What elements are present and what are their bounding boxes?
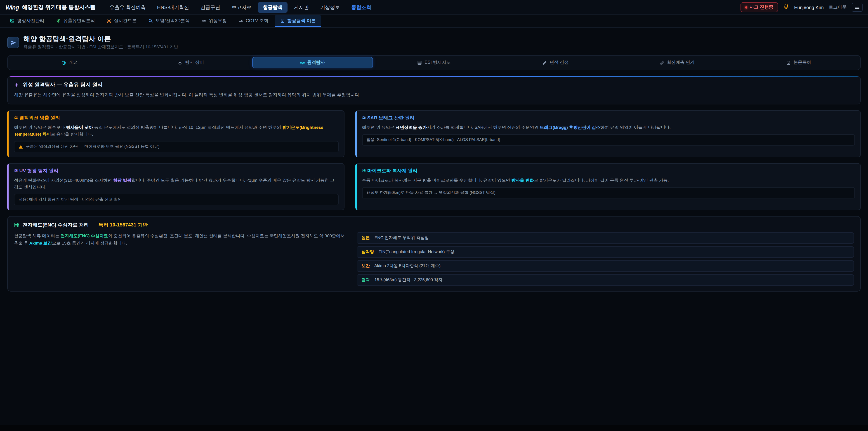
logout-button[interactable]: 로그아웃 (829, 4, 847, 10)
page-subtitle: 유출유 원격탐지 · 항공감시 기법 · ESI 방제정보지도 · 등록특허 1… (24, 44, 178, 50)
subnav-item-aerial-search-theory[interactable]: 항공탐색 이론 (275, 15, 321, 27)
card-note: 구름은 열적외선을 완전 차단 → 마이크로파 보조 필요 (NGSST 융합 … (14, 141, 338, 152)
enc-depth-data-section: 전자해도(ENC) 수심자료 처리 — 특허 10-1567431 기반 항공탐… (7, 216, 861, 292)
tab-label: ESI 방제지도 (425, 60, 451, 65)
card-title: ③ UV 형광 탐지 원리 (14, 168, 338, 174)
plane-icon (178, 60, 182, 65)
tab-label: 면적 산정 (550, 60, 569, 65)
cctv-icon (239, 18, 243, 23)
main-menu: 유출유 확산예측 HNS·대기확산 긴급구난 보고자료 항공탐색 게시판 기상정… (105, 2, 376, 12)
nav-item-aerial-search[interactable]: 항공탐색 (258, 2, 288, 12)
nav-item-board[interactable]: 게시판 (289, 2, 314, 12)
section-title-row: 위성 원격탐사 — 유출유 탐지 원리 (14, 81, 854, 88)
tab-overview[interactable]: 개요 (9, 57, 130, 68)
page-title: 해양 항공탐색·원격탐사 이론 (24, 35, 178, 43)
card-sar-bragg: ② SAR 브래그 산란 원리 해수면 위 유막은 표면장력을 증가시켜 소파를… (355, 110, 861, 157)
theory-tab-bar: 개요 탐지 장비 원격탐사 ESI 방제지도 면적 산정 확산예측 연계 (7, 55, 861, 70)
card-microwave-radiometer: ④ 마이크로파 복사계 원리 수동 마이크로파 복사계는 지구 방출 마이크로파… (355, 163, 861, 210)
enc-row-label: 원본 (362, 235, 370, 241)
nav-item-weather-info[interactable]: 기상정보 (315, 2, 345, 12)
card-note-text: 해상도 한계(50km)로 단독 사용 불가 → 열적외선과 융합 (NGSST… (366, 190, 495, 196)
card-thermal-infrared: ① 열적외선 방출 원리 해수면 위 유막은 해수보다 방사율이 낮아 동일 온… (7, 110, 344, 157)
app-root: Wing 해양환경 위기대응 통합시스템 유출유 확산예측 HNS·대기확산 긴… (0, 0, 868, 431)
card-body: 수동 마이크로파 복사계는 지구 방출 마이크로파를 수신합니다. 유막이 있으… (362, 177, 855, 184)
globe-icon (61, 60, 66, 65)
card-body: 석유계 탄화수소에 자외선(310–400nm)을 조사하면 형광 발광합니다.… (14, 177, 338, 190)
tab-detection-equipment[interactable]: 탐지 장비 (131, 57, 251, 68)
navbar-right: 사고 진행중 Eunjeong Kim 로그아웃 (741, 2, 863, 12)
paper-plane-icon (10, 39, 16, 45)
enc-row-label: 보간 (362, 263, 370, 269)
enc-title-main: 전자해도(ENC) 수심자료 처리 (23, 222, 89, 228)
subnav-item-pollution-ship-3d[interactable]: 오염/선박3D분석 (143, 15, 195, 27)
subnav-item-realtime-drone[interactable]: 실시간드론 (101, 15, 142, 27)
hamburger-icon (855, 4, 860, 10)
enc-row-text: : Akima 2차원 5차다항식 (21개 계수) (372, 263, 440, 269)
enc-row-label: 삼각망 (362, 249, 374, 255)
enc-process-rows: 원본 : ENC 전자해도 무작위 측심점 삼각망 : TIN(Triangul… (356, 233, 854, 286)
card-body: 해수면 위 유막은 해수보다 방사율이 낮아 동일 온도에서도 적외선 방출량이… (14, 124, 338, 137)
tab-area-calculation[interactable]: 면적 산정 (495, 57, 616, 68)
nav-item-oil-spread-prediction[interactable]: 유출유 확산예측 (105, 2, 151, 12)
subnav-label: 오염/선박3D분석 (156, 18, 190, 24)
tab-label: 확산예측 연계 (667, 60, 694, 65)
tab-label: 논문특허 (794, 60, 811, 65)
card-note-text: 적용: 해경 감시 항공기 야간 탐색 · 비정상 유출 신고 확인 (19, 197, 122, 203)
card-note: 활용: Sentinel-1(C-band) · KOMPSAT-5(X-ban… (362, 134, 855, 146)
bell-icon (783, 3, 789, 9)
app-title: 해양환경 위기대응 통합시스템 (22, 3, 95, 11)
nav-item-integrated-search[interactable]: 통합조회 (346, 2, 376, 12)
card-title: ② SAR 브래그 산란 원리 (362, 115, 855, 121)
page-header-icon-box (7, 37, 19, 49)
principle-cards-grid: ① 열적외선 방출 원리 해수면 위 유막은 해수보다 방사율이 낮아 동일 온… (7, 110, 861, 210)
app-logo: Wing (5, 4, 19, 11)
subnav-label: CCTV 조회 (246, 18, 268, 24)
card-uv-fluorescence: ③ UV 형광 탐지 원리 석유계 탄화수소에 자외선(310–400nm)을 … (7, 163, 344, 210)
tab-esi-map[interactable]: ESI 방제지도 (374, 57, 494, 68)
top-navbar: Wing 해양환경 위기대응 통합시스템 유출유 확산예측 HNS·대기확산 긴… (0, 0, 868, 15)
menu-button[interactable] (852, 3, 863, 12)
pencil-icon (542, 60, 547, 65)
enc-row-interpolation: 보간 : Akima 2차원 5차다항식 (21개 계수) (356, 260, 854, 272)
area-analysis-icon (56, 18, 61, 23)
bolt-icon (14, 82, 20, 88)
grid-icon (14, 222, 20, 228)
nav-item-hns-air-diffusion[interactable]: HNS·대기확산 (152, 2, 194, 12)
notification-bell-button[interactable] (783, 3, 789, 11)
tab-papers-patents[interactable]: 논문특허 (738, 57, 859, 68)
tab-prediction-link[interactable]: 확산예측 연계 (617, 57, 738, 68)
incident-status-label: 사고 진행중 (749, 4, 774, 10)
subnav-item-cctv-view[interactable]: CCTV 조회 (233, 15, 274, 27)
magnifier-icon (148, 18, 153, 23)
enc-row-tin: 삼각망 : TIN(Triangulated Irregular Network… (356, 247, 854, 258)
subnav-label: 항공탐색 이론 (287, 18, 316, 24)
enc-title-row: 전자해도(ENC) 수심자료 처리 — 특허 10-1567431 기반 (14, 222, 854, 228)
document-icon (786, 60, 791, 65)
tab-label: 원격탐사 (307, 60, 325, 65)
card-body: 해수면 위 유막은 표면장력을 증가시켜 소파를 억제합니다. SAR에서 해수… (362, 124, 855, 130)
enc-description: 항공탐색 해류 데이터는 전자해도(ENC) 수심자료와 중첩되어 유출유의 수… (14, 233, 346, 286)
subnav-label: 실시간드론 (114, 18, 136, 24)
tab-label: 개요 (68, 60, 77, 65)
nav-item-emergency-rescue[interactable]: 긴급구난 (195, 2, 225, 12)
sub-navbar: 영상사진관리 유출유면적분석 실시간드론 오염/선박3D분석 위성요청 CCTV… (0, 15, 868, 28)
card-note-text: 활용: Sentinel-1(C-band) · KOMPSAT-5(X-ban… (366, 137, 500, 143)
brand[interactable]: Wing 해양환경 위기대응 통합시스템 (5, 3, 96, 11)
card-note: 적용: 해경 감시 항공기 야간 탐색 · 비정상 유출 신고 확인 (14, 194, 338, 206)
photo-icon (10, 18, 14, 23)
enc-row-text: : 15초(463m) 등간격 · 3,225,600 격자 (372, 277, 442, 283)
tab-remote-sensing[interactable]: 원격탐사 (252, 57, 373, 68)
document-icon (280, 18, 285, 23)
incident-status-badge[interactable]: 사고 진행중 (741, 2, 778, 12)
card-title: ④ 마이크로파 복사계 원리 (362, 168, 855, 174)
subnav-item-satellite-request[interactable]: 위성요청 (196, 15, 232, 27)
satellite-icon (202, 18, 206, 23)
subnav-item-image-photo-management[interactable]: 영상사진관리 (4, 15, 50, 27)
subnav-label: 위성요청 (209, 18, 227, 24)
section-description: 해양 유출유는 해수면에 유막을 형성하여 전자기파 반사·방출·산란 특성을 … (14, 91, 854, 98)
page-header-text: 해양 항공탐색·원격탐사 이론 유출유 원격탐지 · 항공감시 기법 · ESI… (24, 35, 178, 50)
section-title: 위성 원격탐사 — 유출유 탐지 원리 (23, 81, 103, 88)
nav-item-reports[interactable]: 보고자료 (227, 2, 256, 12)
subnav-item-oil-area-analysis[interactable]: 유출유면적분석 (51, 15, 100, 27)
tab-label: 탐지 장비 (185, 60, 204, 65)
